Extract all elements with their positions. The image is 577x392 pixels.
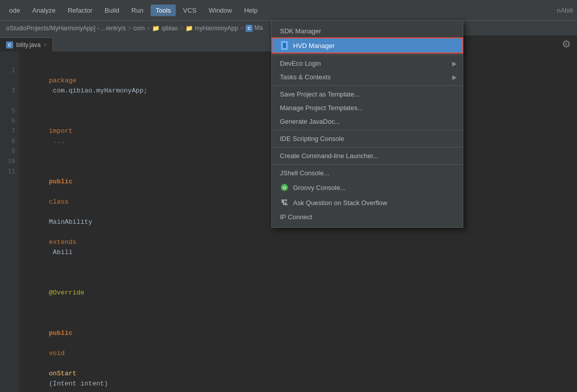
deveco-login-arrow: ▶ [452, 60, 457, 67]
groovy-console-label: Groovy Console... [293, 184, 346, 191]
menu-section-ide-scripting: IDE Scripting Console [272, 130, 463, 148]
jshell-label: JShell Console... [280, 169, 329, 177]
menu-section-project: Save Project as Template... Manage Proje… [272, 86, 463, 130]
menu-item-hvd-manager[interactable]: HVD Manager [272, 38, 463, 53]
hvd-phone-icon [281, 41, 288, 50]
menu-section-deveco: DevEco Login ▶ Tasks & Contexts ▶ [272, 55, 463, 86]
menu-item-ide-scripting[interactable]: IDE Scripting Console [272, 132, 463, 145]
menu-item-stackoverflow[interactable]: 🏗 Ask Question on Stack Overflow [272, 195, 463, 210]
menu-item-cmdline-launcher[interactable]: Create Command-line Launcher... [272, 149, 463, 163]
save-project-label: Save Project as Template... [280, 90, 360, 98]
sdk-manager-label: SDK Manager [280, 27, 321, 35]
hvd-manager-icon [280, 41, 289, 50]
menu-item-manage-templates[interactable]: Manage Project Templates... [272, 101, 463, 115]
groovy-circle-icon: G [281, 184, 288, 191]
menu-section-sdk: SDK Manager HVD Manager [272, 23, 463, 55]
menu-item-deveco-login[interactable]: DevEco Login ▶ [272, 57, 463, 70]
tasks-contexts-arrow: ▶ [452, 74, 457, 81]
manage-templates-label: Manage Project Templates... [280, 104, 363, 112]
dropdown-overlay: SDK Manager HVD Manager DevEco Login ▶ T… [0, 0, 577, 392]
deveco-login-label: DevEco Login [280, 60, 321, 67]
ip-connect-label: IP Connect [280, 213, 312, 221]
generate-javadoc-label: Generate JavaDoc... [280, 118, 340, 125]
menu-section-cmdline: Create Command-line Launcher... [272, 148, 463, 165]
ide-scripting-label: IDE Scripting Console [280, 135, 344, 142]
cmdline-launcher-label: Create Command-line Launcher... [280, 152, 378, 160]
menu-item-sdk-manager[interactable]: SDK Manager [272, 24, 463, 38]
menu-item-tasks-contexts[interactable]: Tasks & Contexts ▶ [272, 70, 463, 84]
menu-item-jshell[interactable]: JShell Console... [272, 166, 463, 180]
menu-item-save-project[interactable]: Save Project as Template... [272, 87, 463, 101]
menu-section-consoles: JShell Console... G Groovy Console... 🏗 … [272, 165, 463, 225]
tasks-contexts-label: Tasks & Contexts [280, 73, 330, 81]
menu-item-groovy-console[interactable]: G Groovy Console... [272, 180, 463, 195]
menu-item-ip-connect[interactable]: IP Connect [272, 210, 463, 224]
tools-dropdown-menu: SDK Manager HVD Manager DevEco Login ▶ T… [271, 20, 463, 228]
stackoverflow-icon: 🏗 [280, 198, 289, 207]
stackoverflow-label: Ask Question on Stack Overflow [293, 199, 387, 207]
groovy-icon: G [280, 183, 289, 192]
hvd-manager-label: HVD Manager [293, 42, 334, 50]
menu-item-generate-javadoc[interactable]: Generate JavaDoc... [272, 115, 463, 128]
